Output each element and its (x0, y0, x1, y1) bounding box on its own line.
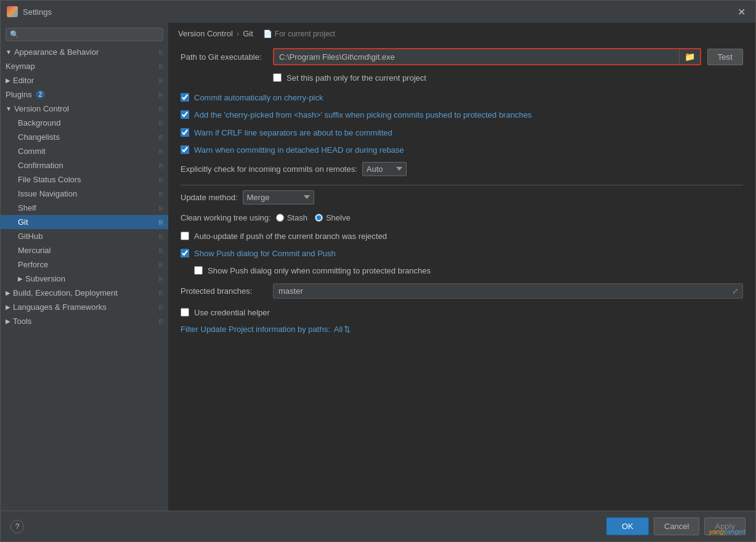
checkbox-showpush[interactable] (181, 249, 189, 257)
checkbox-setpath-label: Set this path only for the current proje… (287, 73, 426, 84)
filter-arrow-icon: ⇅ (344, 325, 351, 334)
checkbox-detached[interactable] (181, 145, 189, 154)
checkbox-cherry[interactable] (181, 110, 189, 119)
sidebar-item-issuenavigation[interactable]: Issue Navigation ⎘ (1, 187, 168, 201)
filter-value-text: All (334, 325, 343, 334)
checkbox-commit-row: Commit automatically on cherry-pick (181, 92, 743, 103)
sidebar-item-keymap[interactable]: Keymap ⎘ (1, 59, 168, 73)
copy-icon: ⎘ (159, 77, 163, 84)
filter-value[interactable]: All ⇅ (334, 325, 351, 334)
checkbox-credential-label: Use credential helper (194, 307, 270, 318)
title-bar: Settings ✕ (1, 1, 755, 23)
folder-button[interactable]: 📁 (679, 49, 700, 64)
sidebar-item-label: Build, Execution, Deployment (13, 288, 118, 297)
sidebar-item-build[interactable]: ▶ Build, Execution, Deployment ⎘ (1, 286, 168, 300)
checkbox-detached-label: Warn when committing in detached HEAD or… (194, 145, 404, 156)
path-row: Path to Git executable: 📁 Test (181, 48, 743, 65)
checkbox-crlf[interactable] (181, 128, 189, 137)
sidebar-item-github[interactable]: GitHub ⎘ (1, 229, 168, 243)
sidebar-item-label: Shelf (18, 203, 36, 212)
sidebar-item-label: Languages & Frameworks (13, 302, 107, 312)
incoming-select[interactable]: Auto Always Never (362, 162, 407, 176)
copy-icon: ⎘ (159, 247, 163, 254)
expand-button[interactable]: ⤢ (728, 284, 742, 298)
path-input[interactable] (274, 50, 679, 64)
test-button[interactable]: Test (707, 49, 743, 65)
sidebar: 🔍 ▼ Appearance & Behavior ⎘ Keymap ⎘ ▶ E… (1, 23, 168, 511)
search-input[interactable] (22, 30, 159, 39)
protected-row: Protected branches: ⤢ (181, 283, 743, 299)
copy-icon: ⎘ (159, 190, 163, 198)
checkbox-commit-label: Commit automatically on cherry-pick (194, 92, 323, 103)
search-icon: 🔍 (10, 30, 19, 39)
copy-icon: ⎘ (159, 134, 163, 141)
checkbox-commit-auto[interactable] (181, 93, 189, 102)
radio-shelve-option: Shelve (315, 213, 351, 222)
path-input-wrap: 📁 (273, 48, 701, 65)
arrow-icon: ▼ (6, 105, 12, 112)
protected-input-wrap: ⤢ (273, 283, 743, 299)
window-title: Settings (23, 7, 52, 17)
ok-button[interactable]: OK (606, 517, 649, 535)
sidebar-item-label: Changelists (18, 132, 60, 142)
radio-stash-option: Stash (276, 213, 307, 222)
checkbox-detached-row: Warn when committing in detached HEAD or… (181, 145, 743, 156)
radio-shelve[interactable] (315, 214, 323, 222)
checkbox-cherry-label: Add the 'cherry-picked from <hash>' suff… (194, 110, 532, 121)
radio-stash[interactable] (276, 214, 284, 222)
checkbox-credential-row: Use credential helper (181, 307, 743, 318)
copy-icon: ⎘ (159, 148, 163, 155)
checkbox-autoupdate-label: Auto-update if push of the current branc… (194, 231, 387, 242)
settings-content: Path to Git executable: 📁 Test Set this … (168, 43, 755, 511)
sidebar-item-plugins[interactable]: Plugins 2 ⎘ (1, 87, 168, 102)
arrow-icon: ▶ (18, 275, 23, 282)
protected-input[interactable] (274, 284, 728, 298)
sidebar-item-mercurial[interactable]: Mercurial ⎘ (1, 243, 168, 257)
sidebar-item-tools[interactable]: ▶ Tools ⎘ (1, 314, 168, 328)
bottom-left: ? (10, 520, 24, 533)
sidebar-item-changelists[interactable]: Changelists ⎘ (1, 130, 168, 144)
sidebar-item-label: Plugins (6, 90, 32, 99)
sidebar-item-commit[interactable]: Commit ⎘ (1, 144, 168, 158)
sidebar-item-label: Tools (13, 317, 31, 326)
checkbox-showpush-label: Show Push dialog for Commit and Push (194, 248, 336, 259)
sidebar-item-languages[interactable]: ▶ Languages & Frameworks ⎘ (1, 300, 168, 314)
cancel-button[interactable]: Cancel (654, 517, 699, 535)
search-box[interactable]: 🔍 (6, 28, 163, 41)
breadcrumb-current: Git (243, 29, 253, 38)
update-method-select[interactable]: Merge Rebase Branch Default (243, 190, 314, 204)
sidebar-item-perforce[interactable]: Perforce ⎘ (1, 257, 168, 272)
sidebar-item-label: File Status Colors (18, 175, 81, 184)
checkbox-showpush-indent[interactable] (194, 266, 203, 275)
sidebar-item-label: Commit (18, 147, 46, 156)
checkbox-crlf-row: Warn if CRLF line separators are about t… (181, 127, 743, 139)
sidebar-item-confirmation[interactable]: Confirmation ⎘ (1, 158, 168, 172)
sidebar-item-editor[interactable]: ▶ Editor ⎘ (1, 73, 168, 87)
checkbox-credential[interactable] (181, 308, 189, 317)
sidebar-item-git[interactable]: Git ⎘ (1, 215, 168, 229)
copy-icon: ⎘ (159, 219, 163, 226)
sidebar-item-filestatuscolors[interactable]: File Status Colors ⎘ (1, 172, 168, 187)
checkbox-setpath[interactable] (273, 73, 282, 82)
sidebar-item-appearance[interactable]: ▼ Appearance & Behavior ⎘ (1, 45, 168, 59)
radio-stash-label: Stash (287, 213, 307, 222)
clean-tree-row: Clean working tree using: Stash Shelve (181, 213, 743, 222)
arrow-icon: ▶ (6, 318, 10, 325)
app-icon (7, 6, 18, 17)
sidebar-item-label: Background (18, 118, 60, 127)
arrow-icon: ▼ (6, 49, 12, 55)
copy-icon: ⎘ (159, 91, 163, 99)
path-label: Path to Git executable: (181, 52, 267, 62)
sidebar-item-shelf[interactable]: Shelf ⎘ (1, 201, 168, 215)
incoming-label: Explicitly check for incoming commits on… (181, 164, 357, 174)
sidebar-item-background[interactable]: Background ⎘ (1, 116, 168, 130)
clean-label: Clean working tree using: (181, 213, 271, 222)
sidebar-item-versioncontrol[interactable]: ▼ Version Control ⎘ (1, 102, 168, 116)
checkbox-autoupdate[interactable] (181, 232, 189, 240)
sidebar-item-subversion[interactable]: ▶ Subversion ⎘ (1, 272, 168, 286)
sidebar-item-label: Confirmation (18, 161, 63, 170)
watermark: yangyangeit (709, 528, 746, 535)
close-button[interactable]: ✕ (734, 5, 749, 19)
sidebar-item-label: Keymap (6, 62, 35, 71)
help-button[interactable]: ? (10, 520, 24, 533)
